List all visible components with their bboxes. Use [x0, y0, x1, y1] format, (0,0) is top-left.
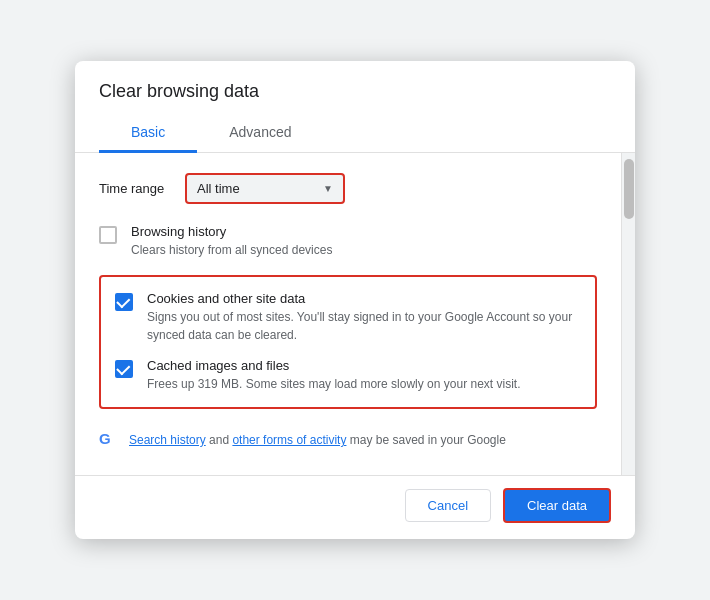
content-area: Time range All time ▼ Browsing history C… [75, 153, 635, 475]
google-icon: G [99, 430, 119, 450]
checkbox-row-cookies: Cookies and other site data Signs you ou… [115, 291, 581, 344]
browsing-history-desc: Clears history from all synced devices [131, 241, 332, 259]
cookies-label: Cookies and other site data [147, 291, 581, 306]
scrollbar-thumb[interactable] [624, 159, 634, 219]
time-range-label: Time range [99, 181, 169, 196]
browsing-history-label: Browsing history [131, 224, 332, 239]
cached-content: Cached images and files Frees up 319 MB.… [147, 358, 520, 393]
footer-text: Search history and other forms of activi… [129, 429, 506, 451]
browsing-history-content: Browsing history Clears history from all… [131, 224, 332, 259]
browsing-history-checkbox[interactable] [99, 226, 117, 244]
dialog-actions: Cancel Clear data [75, 475, 635, 539]
dialog: Clear browsing data Basic Advanced Time … [75, 61, 635, 539]
checkbox-row-browsing: Browsing history Clears history from all… [99, 224, 597, 259]
highlighted-section: Cookies and other site data Signs you ou… [99, 275, 597, 409]
scrollbar[interactable] [621, 153, 635, 475]
clear-data-button[interactable]: Clear data [503, 488, 611, 523]
checkbox-row-cached: Cached images and files Frees up 319 MB.… [115, 358, 581, 393]
footer-row: G Search history and other forms of acti… [99, 425, 597, 455]
cached-label: Cached images and files [147, 358, 520, 373]
cancel-button[interactable]: Cancel [405, 489, 491, 522]
tab-basic[interactable]: Basic [99, 114, 197, 153]
scrollable-content: Time range All time ▼ Browsing history C… [75, 153, 621, 475]
time-range-value: All time [197, 181, 315, 196]
tabs: Basic Advanced [75, 114, 635, 153]
dialog-title: Clear browsing data [75, 61, 635, 114]
search-history-link[interactable]: Search history [129, 433, 206, 447]
cookies-desc: Signs you out of most sites. You'll stay… [147, 308, 581, 344]
cached-checkbox[interactable] [115, 360, 133, 378]
cached-desc: Frees up 319 MB. Some sites may load mor… [147, 375, 520, 393]
chevron-down-icon: ▼ [323, 183, 333, 194]
cookies-checkbox[interactable] [115, 293, 133, 311]
time-range-row: Time range All time ▼ [99, 173, 597, 204]
other-activity-link[interactable]: other forms of activity [232, 433, 346, 447]
tab-advanced[interactable]: Advanced [197, 114, 323, 153]
time-range-select[interactable]: All time ▼ [185, 173, 345, 204]
cookies-content: Cookies and other site data Signs you ou… [147, 291, 581, 344]
